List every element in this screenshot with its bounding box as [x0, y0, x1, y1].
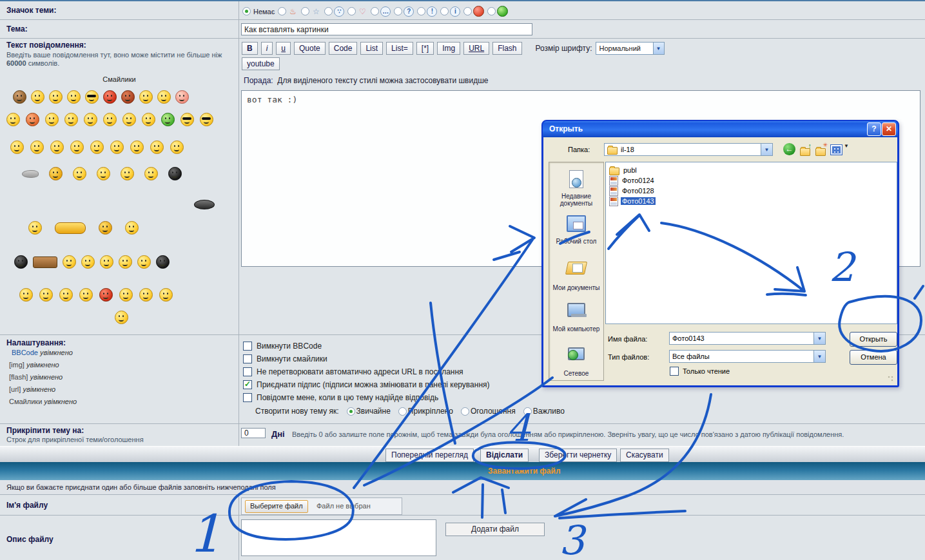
smiley-y-icon[interactable]	[49, 90, 63, 104]
smiley-y-icon[interactable]	[67, 90, 81, 104]
readonly-option[interactable]: Только чтение	[670, 367, 730, 376]
topic-icon-option[interactable]: ?	[394, 6, 414, 17]
smiley-black-icon[interactable]	[168, 167, 182, 180]
smiley-y-icon[interactable]	[73, 167, 86, 180]
views-icon[interactable]: ▼	[830, 143, 849, 155]
readonly-checkbox[interactable]	[670, 367, 679, 376]
checkbox[interactable]	[243, 354, 252, 363]
choose-file-button[interactable]: Выберите файл	[245, 500, 308, 513]
bbcode-button-list[interactable]: List=	[386, 42, 413, 55]
settings-checkbox-row[interactable]: Не перетворювати автоматично адреси URL …	[243, 367, 463, 376]
checkbox-checked[interactable]	[243, 380, 252, 389]
smiley-y-icon[interactable]	[100, 255, 113, 269]
radio-icon[interactable]	[347, 407, 355, 416]
smiley-black-icon[interactable]	[14, 255, 28, 269]
smiley-y-icon[interactable]	[125, 221, 139, 235]
dialog-title-bar[interactable]: Открыть ? ✕	[543, 121, 898, 137]
topic-icon-option[interactable]: …	[371, 6, 391, 17]
smiley-cool-icon[interactable]	[180, 113, 194, 126]
smiley-y-icon[interactable]	[144, 167, 158, 180]
bbcode-button-b[interactable]: B	[242, 42, 258, 55]
radio-icon[interactable]	[487, 7, 496, 15]
smiley-gold-icon[interactable]	[99, 221, 112, 235]
filetype-combobox[interactable]: Все файлы ▼	[669, 350, 826, 363]
post-type-option[interactable]: Оголошення	[461, 407, 516, 416]
topic-icon-option[interactable]	[463, 6, 484, 17]
bbcode-button-[interactable]: [*]	[416, 42, 434, 55]
settings-checkbox-row[interactable]: Приєднати підпис (підписи можна змінюват…	[243, 380, 490, 389]
bbcode-status-link[interactable]: BBCode	[12, 349, 38, 356]
settings-checkbox-row[interactable]: Повідомте мене, коли в цю тему надійде в…	[243, 393, 438, 402]
smiley-y-icon[interactable]	[70, 140, 84, 154]
file-item[interactable]: Фото0128	[609, 186, 656, 196]
topic-icon-option[interactable]: ♨	[278, 6, 298, 17]
smiley-green-icon[interactable]	[161, 113, 175, 126]
smiley-y-icon[interactable]	[103, 113, 117, 126]
smiley-y-icon[interactable]	[79, 288, 93, 302]
topic-title-input[interactable]	[241, 23, 532, 35]
topic-icon-none[interactable]: Немає	[242, 7, 275, 15]
smiley-gray-icon[interactable]	[22, 170, 39, 178]
place-desktop[interactable]: Рабочий стол	[549, 213, 603, 245]
smiley-y-icon[interactable]	[139, 288, 153, 302]
smiley-red-icon[interactable]	[99, 288, 113, 302]
file-item[interactable]: Фото0124	[609, 175, 656, 186]
place-my-computer[interactable]: Мой компьютер	[549, 300, 603, 333]
topic-icon-option[interactable]: !	[417, 6, 437, 17]
smiley-y-icon[interactable]	[157, 90, 171, 104]
cancel-button[interactable]: Отмена	[850, 350, 897, 365]
place-recent-documents[interactable]: Недавние документы	[549, 169, 603, 207]
place-my-documents[interactable]: Мои документы	[549, 256, 603, 291]
topic-icon-option[interactable]: i	[440, 6, 460, 17]
topic-icon-option[interactable]: ☆	[301, 6, 321, 17]
bbcode-button-flash[interactable]: Flash	[492, 42, 521, 55]
topic-icon-option[interactable]: ♡	[347, 6, 367, 17]
font-size-select[interactable]: Нормальний▼	[596, 42, 665, 55]
smiley-y-icon[interactable]	[110, 140, 124, 154]
smiley-y-icon[interactable]	[150, 140, 164, 154]
radio-icon[interactable]	[523, 407, 532, 416]
settings-checkbox-row[interactable]: Вимкнути BBCode	[243, 342, 322, 351]
smiley-y-icon[interactable]	[84, 113, 97, 126]
smiley-y-icon[interactable]	[119, 288, 133, 302]
open-button[interactable]: Открыть	[850, 332, 897, 347]
file-list[interactable]: publФото0124Фото0128Фото0143	[605, 162, 897, 324]
chevron-down-icon[interactable]: ▼	[653, 43, 664, 54]
bbcode-button-quote[interactable]: Quote	[294, 42, 326, 55]
smiley-bat-icon[interactable]	[194, 200, 215, 209]
bbcode-button-code[interactable]: Code	[329, 42, 358, 55]
smiley-y-icon[interactable]	[45, 113, 59, 126]
post-type-option[interactable]: Важливо	[523, 407, 565, 416]
new-folder-icon[interactable]	[815, 143, 827, 155]
smiley-y-icon[interactable]	[63, 255, 76, 269]
smiley-y-icon[interactable]	[137, 255, 151, 269]
back-icon[interactable]: ←	[783, 143, 795, 155]
smiley-cool-icon[interactable]	[85, 90, 99, 104]
file-item[interactable]: publ	[609, 165, 638, 175]
smiley-y-icon[interactable]	[119, 255, 132, 269]
smiley-y-icon[interactable]	[30, 140, 44, 154]
smiley-black-icon[interactable]	[156, 255, 170, 269]
radio-icon[interactable]	[371, 7, 379, 15]
checkbox[interactable]	[243, 342, 252, 351]
smiley-y-icon[interactable]	[142, 113, 155, 126]
smiley-orange-icon[interactable]	[26, 113, 39, 126]
file-description-textarea[interactable]	[241, 519, 436, 556]
file-item-selected[interactable]: Фото0143	[609, 196, 656, 206]
up-folder-icon[interactable]	[799, 143, 812, 155]
smiley-y-icon[interactable]	[81, 255, 95, 269]
smiley-y-icon[interactable]	[50, 140, 64, 154]
radio-icon[interactable]	[324, 7, 333, 15]
smiley-pink-icon[interactable]	[175, 90, 189, 104]
smiley-y-icon[interactable]	[139, 90, 153, 104]
smiley-slab-icon[interactable]	[33, 256, 57, 268]
filename-combobox[interactable]: Фото0143 ▼	[669, 332, 826, 345]
bbcode-button-img[interactable]: Img	[437, 42, 460, 55]
smiley-y-icon[interactable]	[121, 167, 134, 180]
checkbox[interactable]	[243, 367, 252, 376]
smiley-wide-icon[interactable]	[55, 222, 86, 234]
settings-checkbox-row[interactable]: Вимкнути смайлики	[243, 354, 327, 363]
smiley-y-icon[interactable]	[28, 221, 42, 235]
smiley-y-icon[interactable]	[19, 288, 33, 302]
radio-icon[interactable]	[394, 7, 402, 15]
